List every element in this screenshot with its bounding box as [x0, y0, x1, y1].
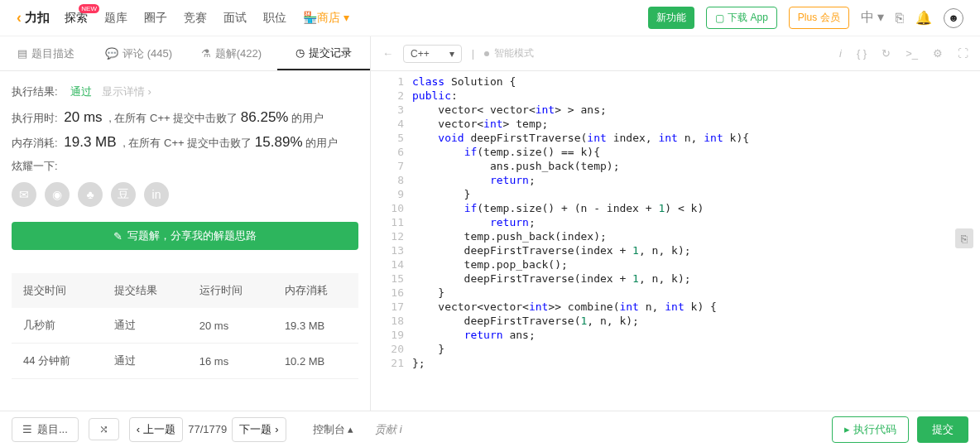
tab-solutions[interactable]: ⚗题解(422) — [185, 36, 278, 70]
right-pane: ← C++ ▾ | 智能模式 i { } ↻ >_ ⚙ ⛶ 1234567891… — [371, 36, 980, 411]
qq-icon[interactable]: ♣ — [78, 182, 103, 207]
table-row[interactable]: 几秒前 通过 20 ms 19.3 MB — [12, 308, 358, 344]
chevron-right-icon: › — [275, 423, 278, 435]
shuffle-button[interactable]: ⤭ — [89, 418, 119, 440]
copy-icon[interactable]: ⎘ — [955, 228, 973, 248]
problem-list-button[interactable]: ☰ 题目... — [12, 417, 79, 442]
share-label: 炫耀一下: — [12, 159, 358, 174]
contribute-link[interactable]: 贡献 i — [375, 422, 402, 437]
wechat-icon[interactable]: ✉ — [12, 182, 36, 207]
playground-icon[interactable]: ⎘ — [896, 11, 904, 26]
line-gutter: 123456789101112131415161718192021 — [371, 71, 412, 411]
chevron-left-icon: ‹ — [137, 423, 140, 435]
doc-icon: ▤ — [17, 47, 27, 60]
nav-contest[interactable]: 竞赛 — [184, 11, 207, 26]
th-time: 提交时间 — [12, 273, 103, 308]
linkedin-icon[interactable]: in — [144, 182, 169, 207]
dot-icon — [484, 51, 489, 56]
runtime-line: 执行用时: 20 ms , 在所有 C++ 提交中击败了 86.25% 的用户 — [12, 109, 358, 126]
th-memory: 内存消耗 — [273, 273, 358, 308]
download-app-button[interactable]: ▢ 下载 App — [706, 7, 777, 29]
submit-button[interactable]: 提交 — [917, 416, 968, 443]
result-line: 执行结果: 通过 显示详情 › — [12, 84, 358, 99]
bottom-bar: ☰ 题目... ⤭ ‹上一题 77/1779 下一题› 控制台 ▴ 贡献 i ▸… — [0, 411, 980, 447]
flask-icon: ⚗ — [201, 47, 211, 60]
tab-description[interactable]: ▤题目描述 — [0, 36, 93, 70]
info-icon[interactable]: i — [839, 47, 842, 60]
pencil-icon: ✎ — [113, 230, 122, 243]
new-feature-button[interactable]: 新功能 — [648, 7, 694, 29]
editor-actions: i { } ↻ >_ ⚙ ⛶ — [839, 47, 968, 60]
new-badge: NEW — [79, 4, 99, 13]
page-indicator: 77/1779 — [188, 423, 227, 435]
nav-problems[interactable]: 题库 — [104, 11, 127, 26]
nav-interview[interactable]: 面试 — [223, 11, 247, 26]
phone-icon: ▢ — [715, 12, 724, 24]
left-pane: ▤题目描述 💬评论 (445) ⚗题解(422) ◷提交记录 执行结果: 通过 … — [0, 36, 371, 411]
plus-member-button[interactable]: Plus 会员 — [789, 7, 849, 29]
terminal-icon[interactable]: >_ — [906, 47, 918, 60]
nav-explore[interactable]: 探索 NEW — [65, 11, 88, 26]
language-select[interactable]: C++ ▾ — [403, 45, 462, 63]
avatar[interactable]: ☻ — [944, 8, 963, 28]
code-content[interactable]: class Solution { public: vector< vector<… — [412, 71, 749, 411]
shop-icon: 🏪 — [303, 11, 317, 24]
top-nav: ‹ 力扣 探索 NEW 题库 圈子 竞赛 面试 职位 🏪商店 ▾ 新功能 ▢ 下… — [0, 0, 980, 36]
language-switch[interactable]: 中 ▾ — [861, 9, 884, 26]
show-detail-link[interactable]: 显示详情 › — [102, 85, 151, 98]
settings-icon[interactable]: ⚙ — [933, 47, 943, 60]
pager: ‹上一题 77/1779 下一题› — [129, 417, 286, 442]
run-code-button[interactable]: ▸ 执行代码 — [832, 416, 909, 443]
next-button[interactable]: 下一题› — [232, 417, 286, 442]
douban-icon[interactable]: 豆 — [111, 182, 136, 207]
main: ▤题目描述 💬评论 (445) ⚗题解(422) ◷提交记录 执行结果: 通过 … — [0, 36, 980, 411]
nav-circle[interactable]: 圈子 — [144, 11, 167, 26]
th-result: 提交结果 — [103, 273, 188, 308]
th-runtime: 运行时间 — [188, 273, 273, 308]
shuffle-icon: ⤭ — [99, 423, 108, 435]
share-row: ✉ ◉ ♣ 豆 in — [12, 182, 358, 207]
chevron-down-icon: ▾ — [449, 48, 454, 60]
prev-button[interactable]: ‹上一题 — [129, 417, 183, 442]
table-row[interactable]: 44 分钟前 通过 16 ms 10.2 MB — [12, 344, 358, 379]
write-solution-button[interactable]: ✎ 写题解，分享我的解题思路 — [12, 222, 358, 250]
nav-jobs[interactable]: 职位 — [263, 11, 286, 26]
status-text: 通过 — [70, 85, 92, 98]
site-name: 力扣 — [25, 10, 50, 26]
smart-mode[interactable]: 智能模式 — [484, 46, 534, 60]
list-icon: ☰ — [22, 423, 32, 435]
clock-icon: ◷ — [295, 46, 305, 59]
problem-tabs: ▤题目描述 💬评论 (445) ⚗题解(422) ◷提交记录 — [0, 36, 370, 71]
logo[interactable]: ‹ 力扣 — [17, 9, 50, 26]
submission-body: 执行结果: 通过 显示详情 › 执行用时: 20 ms , 在所有 C++ 提交… — [0, 71, 370, 392]
logo-icon: ‹ — [17, 9, 22, 26]
console-toggle[interactable]: 控制台 ▴ — [313, 422, 354, 437]
fullscreen-icon[interactable]: ⛶ — [958, 47, 968, 60]
weibo-icon[interactable]: ◉ — [45, 182, 70, 207]
tab-submissions[interactable]: ◷提交记录 — [277, 36, 370, 70]
reset-icon[interactable]: ↻ — [882, 47, 891, 60]
bottom-actions: ▸ 执行代码 提交 — [832, 416, 968, 443]
back-icon[interactable]: ← — [382, 47, 393, 60]
submission-history-table: 提交时间 提交结果 运行时间 内存消耗 几秒前 通过 20 ms 19.3 MB… — [12, 273, 358, 379]
memory-line: 内存消耗: 19.3 MB , 在所有 C++ 提交中击败了 15.89% 的用… — [12, 134, 358, 151]
top-right: 新功能 ▢ 下载 App Plus 会员 中 ▾ ⎘ 🔔 ☻ — [648, 7, 963, 29]
braces-icon[interactable]: { } — [857, 47, 867, 60]
comment-icon: 💬 — [105, 47, 118, 60]
tab-comments[interactable]: 💬评论 (445) — [93, 36, 185, 70]
editor-toolbar: ← C++ ▾ | 智能模式 i { } ↻ >_ ⚙ ⛶ — [371, 36, 980, 71]
bell-icon[interactable]: 🔔 — [915, 10, 932, 26]
nav-shop[interactable]: 🏪商店 ▾ — [303, 11, 349, 26]
code-editor[interactable]: 123456789101112131415161718192021 class … — [371, 71, 980, 411]
